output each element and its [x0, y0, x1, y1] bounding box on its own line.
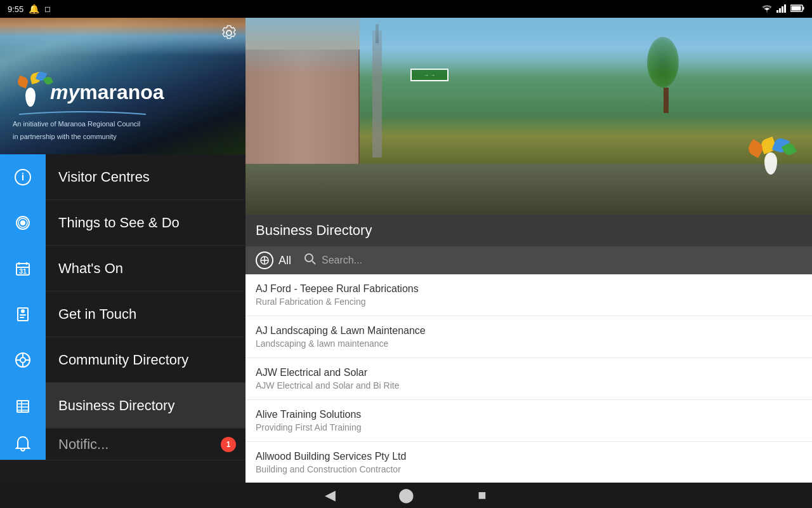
svg-rect-3 [784, 4, 786, 13]
visitor-centres-icon: i [0, 154, 46, 200]
status-bar: 9:55 🔔 ◻ [0, 0, 812, 18]
svg-point-35 [305, 254, 313, 262]
sidebar: mymaranoa An initiative of Maranoa Regio… [0, 18, 246, 483]
logo-my: my [50, 81, 79, 104]
sidebar-item-business-directory[interactable]: Business Directory [0, 383, 246, 429]
logo-text-row: mymaranoa [50, 81, 164, 104]
status-bar-left: 9:55 🔔 ◻ [8, 4, 51, 14]
whats-on-icon: 31 [0, 246, 46, 291]
filter-all-label: All [278, 254, 291, 267]
recent-button[interactable]: ■ [469, 486, 495, 505]
directory-filters: All Search... [246, 246, 812, 274]
svg-point-22 [20, 358, 25, 363]
business-desc-2: AJW Electrical and Solar and Bi Rite [256, 380, 802, 391]
svg-point-10 [20, 220, 25, 225]
business-name-3: Alive Training Solutions [256, 409, 802, 420]
svg-point-18 [21, 309, 25, 313]
business-directory-label: Business Directory [46, 398, 174, 414]
business-desc-1: Landscaping & lawn maintenance [256, 338, 802, 349]
business-desc-0: Rural Fabrication & Fencing [256, 297, 802, 307]
sky [246, 18, 812, 75]
svg-rect-20 [20, 317, 24, 318]
directory-section: Business Directory All [246, 215, 812, 483]
android-icon2: ◻ [44, 4, 51, 13]
svg-rect-6 [792, 6, 801, 10]
logo-arc [13, 109, 152, 117]
svg-rect-5 [803, 6, 804, 10]
business-item-0[interactable]: AJ Ford - Teepee Rural Fabrications Rura… [246, 274, 812, 316]
community-directory-label: Community Directory [46, 352, 188, 368]
search-bar[interactable]: Search... [304, 253, 362, 269]
notification-badge: 1 [221, 437, 236, 452]
logo-tagline2: in partnership with the community [13, 132, 117, 142]
sidebar-header: mymaranoa An initiative of Maranoa Regio… [0, 18, 246, 154]
business-desc-4: Building and Construction Contractor [256, 464, 802, 474]
svg-rect-0 [776, 10, 778, 13]
search-placeholder[interactable]: Search... [322, 255, 362, 266]
business-list: AJ Ford - Teepee Rural Fabrications Rura… [246, 274, 812, 483]
sidebar-item-visitor-centres[interactable]: i Visitor Centres [0, 154, 246, 200]
search-icon [304, 253, 317, 269]
sidebar-item-things-to-see[interactable]: Things to See & Do [0, 200, 246, 246]
gear-icon[interactable] [220, 24, 238, 42]
business-item-3[interactable]: Alive Training Solutions Providing First… [246, 400, 812, 442]
directory-header: Business Directory [246, 215, 812, 246]
whats-on-label: What's On [46, 260, 123, 277]
directory-title: Business Directory [256, 222, 372, 239]
logo-container: mymaranoa An initiative of Maranoa Regio… [13, 72, 164, 142]
filter-all[interactable]: All [256, 251, 291, 269]
business-item-4[interactable]: Allwood Building Services Pty Ltd Buildi… [246, 442, 812, 483]
bottom-nav: ◀ ⬤ ■ [0, 483, 812, 508]
visitor-centres-label: Visitor Centres [46, 169, 150, 185]
get-in-touch-label: Get in Touch [46, 306, 136, 323]
notifications-label: Notific... [46, 436, 108, 453]
business-name-4: Allwood Building Services Pty Ltd [256, 451, 802, 462]
sidebar-item-community-directory[interactable]: Community Directory [0, 337, 246, 383]
filter-all-icon [256, 251, 273, 269]
android-icon1: 🔔 [29, 4, 39, 14]
battery-icon [790, 4, 804, 14]
svg-line-36 [312, 261, 315, 264]
hero-image: → → [246, 18, 812, 215]
business-name-0: AJ Ford - Teepee Rural Fabrications [256, 283, 802, 295]
main-container: mymaranoa An initiative of Maranoa Regio… [0, 18, 812, 483]
things-label: Things to See & Do [46, 215, 180, 231]
logo-maranoa: maranoa [79, 81, 164, 104]
logo-tagline1: An initiative of Maranoa Regional Counci… [13, 119, 140, 129]
business-name-1: AJ Landscaping & Lawn Maintenance [256, 325, 802, 337]
road [246, 164, 812, 215]
community-icon [0, 337, 46, 383]
status-bar-right [761, 4, 804, 15]
back-button[interactable]: ◀ [317, 486, 343, 505]
get-in-touch-icon [0, 291, 46, 337]
svg-text:i: i [22, 171, 24, 182]
signal-icon [776, 4, 787, 15]
business-icon [0, 383, 46, 429]
hero-logo-overlay [742, 138, 793, 196]
business-item-2[interactable]: AJW Electrical and Solar AJW Electrical … [246, 358, 812, 400]
svg-rect-2 [782, 6, 783, 13]
business-item-1[interactable]: AJ Landscaping & Lawn Maintenance Landsc… [246, 316, 812, 358]
business-desc-3: Providing First Aid Training [256, 422, 802, 432]
home-button[interactable]: ⬤ [393, 486, 419, 505]
things-icon [0, 200, 46, 246]
svg-rect-1 [779, 8, 781, 13]
sidebar-item-get-in-touch[interactable]: Get in Touch [0, 291, 246, 337]
svg-text:31: 31 [19, 267, 27, 275]
status-time: 9:55 [8, 4, 23, 14]
notifications-icon [0, 429, 46, 460]
business-name-2: AJW Electrical and Solar [256, 367, 802, 378]
nav-items: i Visitor Centres Things to See & Do [0, 154, 246, 483]
sidebar-item-whats-on[interactable]: 31 What's On [0, 246, 246, 291]
hero-drop [764, 152, 777, 175]
sidebar-item-notifications[interactable]: Notific... 1 [0, 429, 246, 460]
svg-rect-19 [20, 314, 26, 316]
content-area: → → Business Directory [246, 18, 812, 483]
header-clouds [0, 18, 246, 56]
wifi-icon [761, 4, 773, 15]
